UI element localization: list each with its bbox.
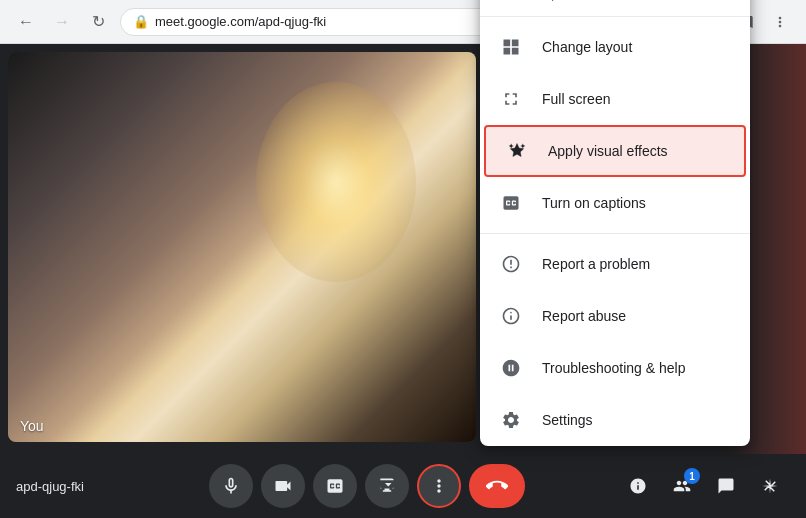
people-notification-badge: 1 bbox=[684, 468, 700, 484]
report-problem-icon bbox=[500, 253, 522, 275]
captions-menu-icon bbox=[500, 192, 522, 214]
menu-item-captions[interactable]: Turn on captions bbox=[480, 177, 750, 229]
menu-item-troubleshooting[interactable]: Troubleshooting & help bbox=[480, 342, 750, 394]
menu-item-report-problem[interactable]: Report a problem bbox=[480, 238, 750, 290]
meeting-id: apd-qjug-fki bbox=[16, 479, 116, 494]
change-layout-icon bbox=[500, 36, 522, 58]
people-button[interactable]: 1 bbox=[662, 466, 702, 506]
participant-label: You bbox=[20, 418, 44, 434]
visual-effects-text: Apply visual effects bbox=[548, 143, 724, 159]
settings-icon bbox=[500, 409, 522, 431]
video-tile: You bbox=[8, 52, 476, 442]
refresh-button[interactable]: ↻ bbox=[84, 8, 112, 36]
more-options-button[interactable] bbox=[417, 464, 461, 508]
report-problem-text: Report a problem bbox=[542, 256, 730, 272]
back-button[interactable]: ← bbox=[12, 8, 40, 36]
report-abuse-text: Report abuse bbox=[542, 308, 730, 324]
menu-item-visual-effects[interactable]: Apply visual effects bbox=[484, 125, 746, 177]
menu-item-full-screen[interactable]: Full screen bbox=[480, 73, 750, 125]
forward-button[interactable]: → bbox=[48, 8, 76, 36]
mic-button[interactable] bbox=[209, 464, 253, 508]
controls-center bbox=[209, 464, 525, 508]
menu-icon[interactable] bbox=[766, 8, 794, 36]
visual-effects-icon bbox=[506, 140, 528, 162]
camera-button[interactable] bbox=[261, 464, 305, 508]
full-screen-text: Full screen bbox=[542, 91, 730, 107]
control-bar: apd-qjug-fki bbox=[0, 454, 806, 518]
info-button[interactable] bbox=[618, 466, 658, 506]
present-button[interactable] bbox=[365, 464, 409, 508]
report-abuse-icon bbox=[500, 305, 522, 327]
menu-divider-2 bbox=[480, 233, 750, 234]
end-call-button[interactable] bbox=[469, 464, 525, 508]
captions-button[interactable] bbox=[313, 464, 357, 508]
menu-item-settings[interactable]: Settings bbox=[480, 394, 750, 446]
menu-item-report-abuse[interactable]: Report abuse bbox=[480, 290, 750, 342]
troubleshooting-icon bbox=[500, 357, 522, 379]
chat-button[interactable] bbox=[706, 466, 746, 506]
lock-icon: 🔒 bbox=[133, 14, 149, 29]
video-background bbox=[8, 52, 476, 442]
troubleshooting-text: Troubleshooting & help bbox=[542, 360, 730, 376]
main-area: You apd-qjug-fki bbox=[0, 44, 806, 518]
captions-menu-text: Turn on captions bbox=[542, 195, 730, 211]
change-layout-text: Change layout bbox=[542, 39, 730, 55]
context-menu: Whiteboard Open a Jam Change layout Full… bbox=[480, 0, 750, 446]
full-screen-icon bbox=[500, 88, 522, 110]
menu-item-whiteboard[interactable]: Whiteboard Open a Jam bbox=[480, 0, 750, 12]
whiteboard-text: Whiteboard Open a Jam bbox=[542, 0, 730, 1]
settings-text: Settings bbox=[542, 412, 730, 428]
menu-divider-1 bbox=[480, 16, 750, 17]
activities-button[interactable] bbox=[750, 466, 790, 506]
menu-item-change-layout[interactable]: Change layout bbox=[480, 21, 750, 73]
video-light-effect bbox=[256, 82, 416, 282]
controls-right: 1 bbox=[618, 466, 790, 506]
